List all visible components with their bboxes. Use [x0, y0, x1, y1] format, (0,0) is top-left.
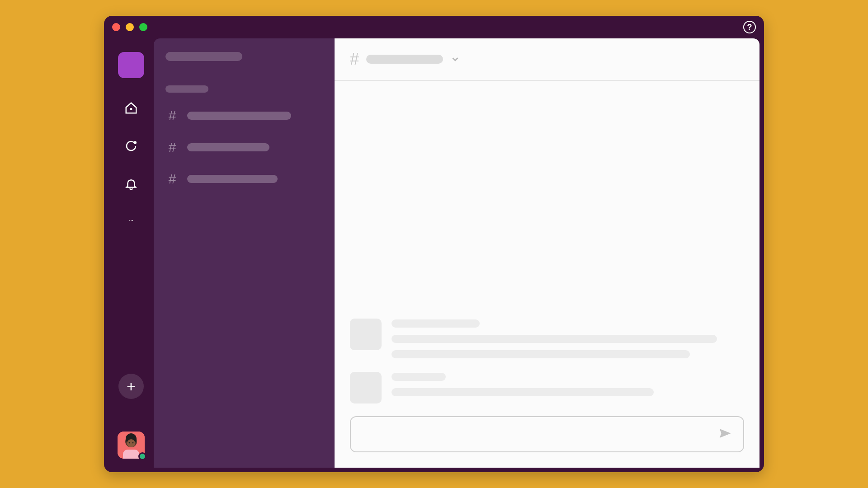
nav-home[interactable]	[123, 100, 139, 116]
hash-icon: #	[350, 50, 359, 69]
message-body	[392, 372, 744, 404]
message-avatar[interactable]	[350, 372, 382, 404]
help-icon: ?	[747, 23, 752, 32]
maximize-window-button[interactable]	[139, 23, 147, 31]
svg-point-2	[129, 220, 130, 221]
message-composer[interactable]	[350, 416, 744, 452]
channel-item[interactable]: #	[165, 169, 323, 189]
message	[350, 372, 744, 404]
send-icon	[718, 427, 731, 440]
nav-rail: +	[108, 38, 154, 468]
nav-activity[interactable]	[123, 176, 139, 192]
titlebar: ?	[104, 16, 764, 38]
message-author-placeholder	[392, 373, 446, 381]
more-icon	[124, 220, 138, 224]
user-avatar-button[interactable]	[118, 432, 145, 459]
workspace-name[interactable]	[165, 52, 242, 61]
minimize-window-button[interactable]	[126, 23, 134, 31]
chevron-down-icon	[450, 54, 460, 64]
message	[350, 319, 744, 358]
message-list	[335, 81, 760, 416]
home-icon	[124, 101, 138, 115]
channel-header[interactable]: #	[335, 38, 760, 81]
message-avatar[interactable]	[350, 319, 382, 350]
svg-point-11	[129, 442, 130, 444]
nav-more[interactable]	[123, 214, 139, 230]
help-button[interactable]: ?	[743, 21, 756, 33]
message-input[interactable]	[360, 430, 715, 439]
workspace-tile[interactable]	[118, 52, 144, 78]
window-controls	[112, 23, 147, 31]
svg-point-12	[132, 442, 134, 444]
bell-icon	[124, 177, 138, 191]
create-new-button[interactable]: +	[118, 374, 144, 399]
channel-sidebar: ###	[154, 38, 335, 468]
svg-point-4	[132, 220, 133, 221]
svg-rect-8	[123, 450, 139, 459]
svg-point-10	[127, 439, 135, 447]
chat-icon	[124, 139, 138, 153]
channel-name-placeholder	[187, 112, 291, 120]
message-line-placeholder	[392, 350, 690, 358]
hash-icon: #	[167, 108, 177, 123]
app-window: ?	[104, 16, 764, 472]
presence-indicator	[138, 452, 146, 460]
channels-section: ###	[165, 85, 323, 189]
svg-point-0	[131, 108, 132, 110]
message-line-placeholder	[392, 335, 717, 343]
channels-section-label[interactable]	[165, 85, 208, 93]
send-button[interactable]	[715, 424, 734, 445]
svg-point-1	[134, 141, 137, 144]
channel-name-placeholder	[187, 175, 278, 183]
channel-name-placeholder	[187, 143, 269, 151]
hash-icon: #	[167, 140, 177, 155]
hash-icon: #	[167, 171, 177, 187]
message-line-placeholder	[392, 388, 654, 396]
main-pane: #	[335, 38, 760, 468]
close-window-button[interactable]	[112, 23, 120, 31]
app-body: +	[104, 38, 764, 472]
message-author-placeholder	[392, 319, 480, 328]
composer-area	[335, 416, 760, 468]
channel-item[interactable]: #	[165, 105, 323, 126]
channel-name	[366, 55, 443, 64]
message-body	[392, 319, 744, 358]
svg-point-3	[131, 220, 132, 221]
channel-item[interactable]: #	[165, 137, 323, 158]
plus-icon: +	[127, 378, 136, 395]
nav-dms[interactable]	[123, 138, 139, 154]
